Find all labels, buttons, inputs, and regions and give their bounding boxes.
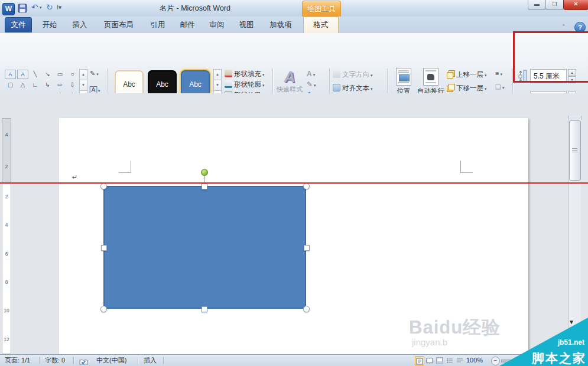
resize-handle-top-right[interactable] xyxy=(303,183,310,189)
text-fill-button[interactable]: A▾ xyxy=(307,69,326,79)
status-separator xyxy=(39,357,40,364)
outline-view-button[interactable] xyxy=(445,356,454,365)
vertical-ruler[interactable]: 42 24681012 xyxy=(2,118,11,354)
bring-forward-button[interactable]: 上移一层▾ xyxy=(447,70,487,80)
crop-mark-top-left xyxy=(119,172,131,173)
rotation-handle[interactable] xyxy=(201,169,208,176)
send-backward-button[interactable]: 下移一层▾ xyxy=(447,83,487,93)
text-outline-button[interactable]: ✎▾ xyxy=(307,80,326,90)
height-increase-icon[interactable]: ▲ xyxy=(568,69,576,76)
close-button[interactable]: ✕ xyxy=(563,0,588,10)
rectangle-icon[interactable]: ▭ xyxy=(54,69,66,80)
shape-outline-button[interactable]: 形状轮廓▾ xyxy=(225,80,265,90)
draft-view-button[interactable] xyxy=(455,356,464,365)
site-name: 脚本之家 xyxy=(532,350,586,366)
bring-forward-icon xyxy=(447,70,454,78)
align-text-button[interactable]: 对齐文本▾ xyxy=(333,83,373,93)
ruler-number: 6 xyxy=(2,240,11,268)
collapse-ribbon-icon[interactable]: ⌃ xyxy=(561,24,566,30)
tab-page-layout[interactable]: 页面布局 xyxy=(96,17,142,32)
web-layout-view-button[interactable] xyxy=(435,356,444,365)
word-count[interactable]: 字数: 0 xyxy=(45,355,65,366)
crop-mark-top-right xyxy=(460,161,461,173)
elbow-connector-icon[interactable]: ∟ xyxy=(29,80,41,90)
tab-view[interactable]: 视图 xyxy=(233,17,260,32)
scroll-down-icon[interactable]: ▼ xyxy=(568,319,574,325)
resize-handle-top-left[interactable] xyxy=(100,183,107,189)
language-indicator[interactable]: 中文(中国) xyxy=(96,355,126,366)
vruler-numbers-mid: 24681012 xyxy=(2,182,11,354)
position-icon xyxy=(396,68,411,86)
group-objects-button[interactable]: ❏▾ xyxy=(495,83,504,91)
tab-home[interactable]: 开始 xyxy=(35,17,64,32)
resize-handle-top[interactable] xyxy=(202,184,207,189)
tab-insert[interactable]: 插入 xyxy=(66,17,93,32)
resize-handle-bottom-left[interactable] xyxy=(100,306,107,312)
height-spinner: ▲ ▼ xyxy=(568,69,576,83)
ribbon: AA╲↘▭○▢△∟↳⇨⇩☁∿(~{} ▲ ▼ ▼ ✎▾ 🄰▾ 插入形状 Abc … xyxy=(0,33,588,94)
status-separator xyxy=(73,357,74,364)
tab-review[interactable]: 审阅 xyxy=(203,17,230,32)
fullscreen-reading-view-button[interactable] xyxy=(425,356,434,365)
tab-references[interactable]: 引用 xyxy=(144,17,171,32)
jingyan-watermark: jingyan.b xyxy=(412,337,447,347)
ruler-number: 2 xyxy=(2,182,11,211)
text-direction-icon xyxy=(333,70,340,78)
page-indicator[interactable]: 页面: 1/1 xyxy=(5,355,30,366)
baidu-watermark: Baidu经验 xyxy=(409,315,501,340)
elbow-arrow-connector-icon[interactable]: ↳ xyxy=(41,80,54,90)
tab-format-active[interactable]: 格式 xyxy=(303,17,339,33)
resize-handle-right[interactable] xyxy=(304,245,310,251)
ruler-number: 10 xyxy=(2,296,11,325)
status-separator xyxy=(138,357,138,364)
ruler-number: 2 xyxy=(2,151,11,182)
jb51-url: jb51.net xyxy=(558,338,584,347)
print-layout-view-button[interactable] xyxy=(415,356,424,365)
vruler-numbers-top: 42 xyxy=(2,119,11,182)
edit-shape-button[interactable]: ✎▾ xyxy=(90,70,99,77)
scrollbar-grip xyxy=(572,148,577,152)
ruler-number: 4 xyxy=(2,211,11,239)
zoom-out-icon[interactable]: − xyxy=(491,357,500,365)
gallery-up-icon[interactable]: ▲ xyxy=(213,69,222,80)
minimize-button[interactable]: ▬ xyxy=(528,0,546,10)
help-icon[interactable]: ? xyxy=(574,22,586,33)
zoom-level[interactable]: 100% xyxy=(466,355,483,366)
rounded-rectangle-icon[interactable]: ▢ xyxy=(4,80,17,90)
gallery-up-icon[interactable]: ▲ xyxy=(79,69,87,80)
shape-height-input[interactable]: 5.5 厘米 xyxy=(530,69,567,83)
align-text-icon xyxy=(333,84,340,92)
height-decrease-icon[interactable]: ▼ xyxy=(568,76,576,83)
gallery-down-icon[interactable]: ▼ xyxy=(213,80,222,90)
right-arrow-icon[interactable]: ⇨ xyxy=(54,80,66,90)
tab-file[interactable]: 文件 xyxy=(5,17,32,32)
send-backward-icon xyxy=(447,84,454,92)
ruler-number: 8 xyxy=(2,268,11,296)
insert-mode-indicator[interactable]: 插入 xyxy=(144,355,157,366)
line-icon[interactable]: ╲ xyxy=(29,69,41,80)
tab-mailings[interactable]: 邮件 xyxy=(174,17,201,32)
text-direction-button[interactable]: 文字方向▾ xyxy=(333,70,373,80)
restore-button[interactable]: ❐ xyxy=(545,0,564,10)
resize-handle-bottom-right[interactable] xyxy=(303,306,310,312)
spellcheck-icon[interactable] xyxy=(79,357,88,366)
title-bar: W ↶ ▾ ↻ ǀ▾ 名片 - Microsoft Word 绘图工具 ▬ ❐ … xyxy=(0,0,588,17)
rectangle-shape[interactable] xyxy=(103,186,306,309)
isosceles-triangle-icon[interactable]: △ xyxy=(17,80,29,90)
status-separator xyxy=(163,357,164,364)
vertical-scrollbar-thumb[interactable] xyxy=(569,120,581,181)
tab-addins[interactable]: 加载项 xyxy=(262,17,299,32)
arrow-icon[interactable]: ↘ xyxy=(41,69,54,80)
red-annotation-line xyxy=(0,182,588,184)
down-arrow-icon[interactable]: ⇩ xyxy=(66,80,79,90)
resize-handle-bottom[interactable] xyxy=(202,306,207,312)
ruler-bar: L 8642 246810121416182022242628303234363… xyxy=(0,93,588,116)
shape-fill-button[interactable]: 形状填充▾ xyxy=(225,69,265,79)
text-box-icon[interactable]: A xyxy=(5,70,16,79)
gallery-down-icon[interactable]: ▼ xyxy=(79,80,87,90)
align-objects-button[interactable]: ≡▾ xyxy=(495,70,502,77)
resize-handle-left[interactable] xyxy=(101,245,107,251)
paragraph-mark: ↵ xyxy=(72,174,77,181)
oval-icon[interactable]: ○ xyxy=(66,69,79,80)
vertical-text-box-icon[interactable]: A xyxy=(17,70,28,79)
